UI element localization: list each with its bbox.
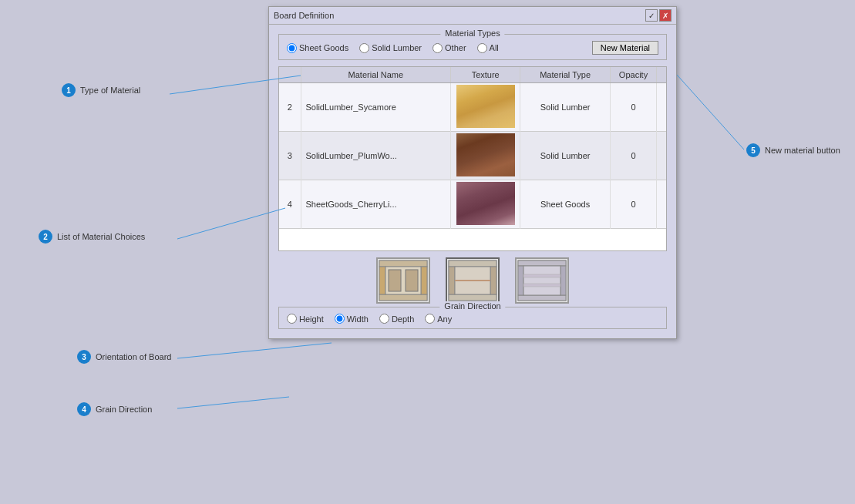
row-num: 3 bbox=[279, 132, 301, 180]
svg-rect-21 bbox=[523, 274, 560, 277]
svg-line-26 bbox=[177, 397, 289, 408]
svg-rect-11 bbox=[449, 267, 455, 294]
grain-direction-group: Grain Direction Height Width Depth Any bbox=[278, 307, 667, 329]
radio-other[interactable]: Other bbox=[433, 43, 466, 53]
svg-rect-17 bbox=[518, 295, 566, 301]
svg-rect-3 bbox=[379, 267, 385, 294]
annotation-number-5: 5 bbox=[746, 143, 760, 157]
orientation-front-button[interactable] bbox=[376, 257, 430, 304]
svg-rect-19 bbox=[560, 266, 566, 295]
sycamore-swatch bbox=[456, 85, 515, 128]
col-material-name: Material Name bbox=[301, 67, 451, 83]
grain-any-label: Any bbox=[437, 314, 452, 324]
row-opacity: 0 bbox=[611, 83, 657, 132]
row-material-type: Solid Lumber bbox=[520, 83, 611, 132]
row-texture bbox=[451, 180, 520, 229]
orientation-open-button[interactable] bbox=[515, 257, 569, 304]
radio-depth[interactable]: Depth bbox=[379, 314, 414, 324]
orientation-side-icon bbox=[447, 259, 498, 302]
dialog-body: Material Types Sheet Goods Solid Lumber … bbox=[269, 25, 676, 338]
table-row[interactable]: 2 SolidLumber_Sycamore Solid Lumber 0 bbox=[279, 83, 666, 132]
row-material-name: SolidLumber_Sycamore bbox=[301, 83, 451, 132]
other-label: Other bbox=[445, 43, 466, 52]
svg-line-27 bbox=[677, 75, 744, 150]
row-texture bbox=[451, 83, 520, 132]
annotation-number-2: 2 bbox=[39, 230, 52, 244]
col-texture: Texture bbox=[451, 67, 520, 83]
orientation-open-icon bbox=[517, 259, 567, 302]
radio-any[interactable]: Any bbox=[425, 314, 452, 324]
annotation-label-1: Type of Material bbox=[80, 86, 140, 95]
svg-rect-9 bbox=[449, 260, 497, 267]
sheet-goods-label: Sheet Goods bbox=[299, 43, 348, 52]
svg-rect-16 bbox=[518, 260, 566, 266]
annotation-label-5: New material button bbox=[765, 146, 840, 155]
annotation-3: 3 Orientation of Board bbox=[77, 350, 171, 364]
row-num: 4 bbox=[279, 180, 301, 229]
row-material-type: Sheet Goods bbox=[520, 180, 611, 229]
grain-height-label: Height bbox=[299, 314, 324, 324]
table-row[interactable]: 3 SolidLumber_PlumWo... Solid Lumber 0 bbox=[279, 132, 666, 180]
material-table: Material Name Texture Material Type Opac… bbox=[279, 67, 666, 229]
grain-width-label: Width bbox=[347, 314, 369, 324]
svg-rect-18 bbox=[518, 266, 523, 295]
plumwood-swatch bbox=[456, 133, 515, 176]
row-material-type: Solid Lumber bbox=[520, 132, 611, 180]
svg-rect-4 bbox=[421, 267, 427, 294]
row-opacity: 0 bbox=[611, 180, 657, 229]
row-material-name: SolidLumber_PlumWo... bbox=[301, 132, 451, 180]
table-header-row: Material Name Texture Material Type Opac… bbox=[279, 67, 666, 83]
grain-direction-radio-row: Height Width Depth Any bbox=[287, 314, 658, 324]
col-num bbox=[279, 67, 301, 83]
radio-sheet-goods[interactable]: Sheet Goods bbox=[287, 43, 348, 53]
orientation-row bbox=[278, 257, 667, 304]
all-label: All bbox=[490, 43, 499, 52]
col-opacity: Opacity bbox=[611, 67, 657, 83]
annotation-label-3: Orientation of Board bbox=[96, 352, 171, 361]
material-types-legend: Material Types bbox=[440, 29, 504, 38]
svg-line-25 bbox=[177, 343, 332, 358]
dialog-confirm-button[interactable]: ✓ bbox=[645, 9, 658, 22]
col-material-type: Material Type bbox=[520, 67, 611, 83]
material-table-wrapper[interactable]: Material Name Texture Material Type Opac… bbox=[278, 66, 667, 251]
cherryli-swatch bbox=[456, 182, 515, 225]
annotation-number-4: 4 bbox=[77, 402, 91, 416]
grain-depth-label: Depth bbox=[392, 314, 414, 324]
dialog-title: Board Definition bbox=[274, 11, 334, 20]
grain-direction-legend: Grain Direction bbox=[439, 301, 505, 311]
dialog-titlebar: Board Definition ✓ ✗ bbox=[269, 7, 676, 25]
svg-rect-10 bbox=[449, 294, 497, 301]
material-type-radio-row: Sheet Goods Solid Lumber Other All New M… bbox=[287, 41, 658, 55]
annotation-label-4: Grain Direction bbox=[96, 405, 152, 414]
annotation-2: 2 List of Material Choices bbox=[39, 230, 145, 244]
radio-height[interactable]: Height bbox=[287, 314, 324, 324]
annotation-5: 5 New material button bbox=[746, 143, 840, 157]
svg-rect-2 bbox=[379, 294, 427, 301]
annotation-number-1: 1 bbox=[62, 83, 76, 97]
row-material-name: SheetGoods_CherryLi... bbox=[301, 180, 451, 229]
orientation-side-button[interactable] bbox=[446, 257, 500, 304]
board-definition-dialog: Board Definition ✓ ✗ Material Types Shee… bbox=[268, 6, 677, 339]
dialog-close-button[interactable]: ✗ bbox=[659, 9, 672, 22]
orientation-front-icon bbox=[378, 259, 429, 302]
row-opacity: 0 bbox=[611, 132, 657, 180]
svg-rect-7 bbox=[406, 270, 418, 291]
svg-rect-6 bbox=[389, 270, 401, 291]
svg-rect-20 bbox=[523, 266, 560, 295]
annotation-label-2: List of Material Choices bbox=[57, 232, 145, 241]
col-scrollbar-spacer bbox=[657, 67, 667, 83]
annotation-number-3: 3 bbox=[77, 350, 91, 364]
solid-lumber-label: Solid Lumber bbox=[372, 43, 422, 52]
radio-width[interactable]: Width bbox=[335, 314, 369, 324]
dialog-controls: ✓ ✗ bbox=[645, 9, 672, 22]
annotation-4: 4 Grain Direction bbox=[77, 402, 152, 416]
table-row[interactable]: 4 SheetGoods_CherryLi... Sheet Goods 0 bbox=[279, 180, 666, 229]
svg-rect-1 bbox=[379, 260, 427, 267]
radio-solid-lumber[interactable]: Solid Lumber bbox=[359, 43, 422, 53]
radio-all[interactable]: All bbox=[477, 43, 499, 53]
material-types-group: Material Types Sheet Goods Solid Lumber … bbox=[278, 34, 667, 60]
svg-rect-12 bbox=[490, 267, 497, 294]
annotation-1: 1 Type of Material bbox=[62, 83, 140, 97]
row-num: 2 bbox=[279, 83, 301, 132]
new-material-button[interactable]: New Material bbox=[592, 41, 658, 55]
